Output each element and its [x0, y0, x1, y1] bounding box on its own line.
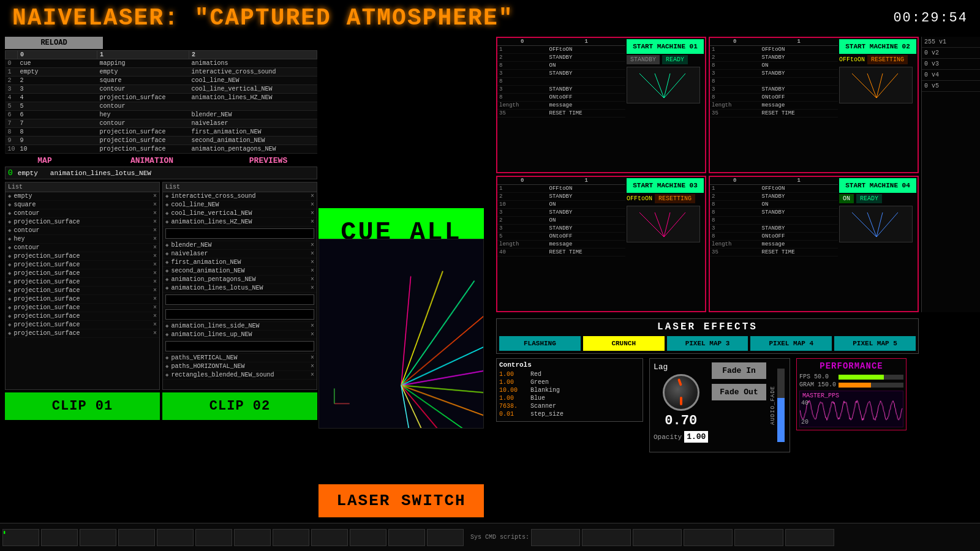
- list-remove-icon[interactable]: ×: [311, 285, 314, 291]
- list-remove-icon[interactable]: ×: [153, 244, 157, 251]
- table-cell: message: [760, 241, 838, 249]
- list-item[interactable]: ◈cool_line_NEW×: [163, 201, 317, 209]
- list-item[interactable]: ◈contour×: [6, 209, 159, 218]
- table-row: 55contour: [6, 102, 317, 111]
- list-item[interactable]: ◈paths_VERTICAL_NEW×: [163, 354, 317, 362]
- list-remove-icon[interactable]: ×: [311, 323, 314, 329]
- start-machine-02-button[interactable]: START MACHINE 02: [839, 39, 916, 54]
- list-remove-icon[interactable]: ×: [311, 276, 314, 283]
- list-item[interactable]: ◈animation_lines_lotus_NEW×: [163, 284, 317, 293]
- list-item[interactable]: ◈rectangles_blended_NEW_sound×: [163, 371, 317, 380]
- effect-pixel-map-5-button[interactable]: PIXEL MAP 5: [834, 336, 916, 351]
- list-item[interactable]: ◈projection_surface×: [6, 312, 159, 321]
- list-item[interactable]: ◈projection_surface×: [6, 261, 159, 269]
- list-remove-icon[interactable]: ×: [153, 304, 157, 311]
- list-input[interactable]: [165, 294, 314, 305]
- bottom-slot-1: [2, 529, 39, 546]
- list-remove-icon[interactable]: ×: [153, 321, 157, 328]
- start-machine-03-button[interactable]: START MACHINE 03: [627, 178, 704, 193]
- list-item[interactable]: ◈second_animation_NEW×: [163, 267, 317, 276]
- list-item[interactable]: ◈animation_lines_side_NEW×: [163, 322, 317, 331]
- list-remove-icon[interactable]: ×: [153, 219, 157, 225]
- list-remove-icon[interactable]: ×: [153, 261, 157, 268]
- effect-pixel-map-3-button[interactable]: PIXEL MAP 3: [667, 336, 748, 351]
- list-remove-icon[interactable]: ×: [311, 210, 314, 217]
- list-remove-icon[interactable]: ×: [311, 372, 314, 378]
- list-input[interactable]: [165, 228, 314, 239]
- list-remove-icon[interactable]: ×: [153, 270, 157, 277]
- list-item[interactable]: ◈projection_surface×: [6, 287, 159, 295]
- list-remove-icon[interactable]: ×: [311, 242, 314, 249]
- list-item[interactable]: ◈empty×: [6, 192, 159, 201]
- list-remove-icon[interactable]: ×: [311, 219, 314, 225]
- list-input[interactable]: [165, 341, 314, 351]
- list-remove-icon[interactable]: ×: [311, 193, 314, 200]
- list-input[interactable]: [165, 309, 314, 320]
- control-row: 1.00 Red: [499, 371, 640, 378]
- list-remove-icon[interactable]: ×: [311, 331, 314, 338]
- list-item[interactable]: ◈animation_pentagons_NEW×: [163, 276, 317, 284]
- list-remove-icon[interactable]: ×: [153, 236, 157, 242]
- effect-pixel-map-4-button[interactable]: PIXEL MAP 4: [750, 336, 832, 351]
- list-item[interactable]: ◈naivelaser×: [163, 250, 317, 258]
- list-item[interactable]: ◈projection_surface×: [6, 218, 159, 227]
- table-cell: 2: [710, 193, 760, 201]
- list-remove-icon[interactable]: ×: [311, 259, 314, 266]
- list-item[interactable]: ◈square×: [6, 201, 159, 209]
- list-remove-icon[interactable]: ×: [311, 250, 314, 257]
- list-remove-icon[interactable]: ×: [311, 354, 314, 361]
- list-item[interactable]: ◈cool_line_vertical_NEW×: [163, 209, 317, 218]
- list-remove-icon[interactable]: ×: [311, 201, 314, 208]
- list-item[interactable]: ◈contour×: [6, 244, 159, 252]
- reload-button[interactable]: RELOAD: [5, 37, 103, 49]
- list-remove-icon[interactable]: ×: [153, 279, 157, 285]
- list-item[interactable]: ◈animation_lines_HZ_NEW×: [163, 218, 317, 227]
- effect-flashing-button[interactable]: FLASHING: [499, 336, 581, 351]
- list-remove-icon[interactable]: ×: [153, 296, 157, 302]
- list-remove-icon[interactable]: ×: [311, 363, 314, 370]
- clip2-button[interactable]: CLIP 02: [162, 392, 317, 420]
- table-row: 2 ON: [497, 217, 625, 225]
- list-remove-icon[interactable]: ×: [153, 201, 157, 208]
- list-remove-icon[interactable]: ×: [153, 253, 157, 260]
- laser-switch-button[interactable]: LASER SWITCH: [318, 484, 484, 517]
- list-remove-icon[interactable]: ×: [153, 287, 157, 294]
- list-item[interactable]: ◈interactive_cross_sound×: [163, 192, 317, 201]
- list-remove-icon[interactable]: ×: [153, 210, 157, 217]
- effect-crunch-button[interactable]: CRUNCH: [583, 336, 665, 351]
- list-icon: ◈: [8, 330, 11, 337]
- table-cell: 8: [710, 78, 760, 86]
- list-item[interactable]: ◈projection_surface×: [6, 269, 159, 278]
- list-item[interactable]: ◈projection_surface×: [6, 329, 159, 338]
- start-machine-01-button[interactable]: START MACHINE 01: [627, 39, 704, 54]
- list-remove-icon[interactable]: ×: [311, 268, 314, 274]
- lag-knob[interactable]: [663, 374, 699, 411]
- list-item[interactable]: ◈projection_surface×: [6, 295, 159, 304]
- list-item[interactable]: ◈contour×: [6, 227, 159, 235]
- cue-number: 0: [8, 168, 13, 178]
- list-item[interactable]: ◈projection_surface×: [6, 278, 159, 287]
- fade-out-button[interactable]: Fade Out: [712, 384, 766, 400]
- list-remove-icon[interactable]: ×: [153, 330, 157, 337]
- table-row: 8: [710, 217, 838, 225]
- list-item[interactable]: ◈paths_HORIZONTAL_NEW×: [163, 362, 317, 371]
- table-cell: 2: [18, 77, 97, 85]
- list-item[interactable]: ◈projection_surface×: [6, 304, 159, 312]
- list-item[interactable]: ◈hey×: [6, 235, 159, 244]
- list-item[interactable]: ◈blender_NEW×: [163, 241, 317, 250]
- list-remove-icon[interactable]: ×: [153, 313, 157, 320]
- list-item[interactable]: ◈first_animation_NEW×: [163, 258, 317, 267]
- list-icon: ◈: [165, 363, 168, 370]
- list-item[interactable]: ◈projection_surface×: [6, 252, 159, 261]
- list-item[interactable]: ◈animation_lines_up_NEW×: [163, 331, 317, 339]
- table-row: 1 OFFtoON: [710, 185, 838, 193]
- performance-panel: PERFORMANCE FPS 50.0 GRAM 150.0 MASTER_P…: [796, 358, 907, 430]
- control-row: 10.00 Blanking: [499, 387, 640, 394]
- list-remove-icon[interactable]: ×: [153, 227, 157, 234]
- list-item[interactable]: ◈projection_surface×: [6, 321, 159, 329]
- clip1-button[interactable]: CLIP 01: [5, 392, 160, 420]
- fade-in-button[interactable]: Fade In: [712, 362, 766, 379]
- list-item-text: naivelaser: [171, 250, 311, 257]
- list-remove-icon[interactable]: ×: [153, 193, 157, 200]
- start-machine-04-button[interactable]: START MACHINE 04: [839, 178, 916, 193]
